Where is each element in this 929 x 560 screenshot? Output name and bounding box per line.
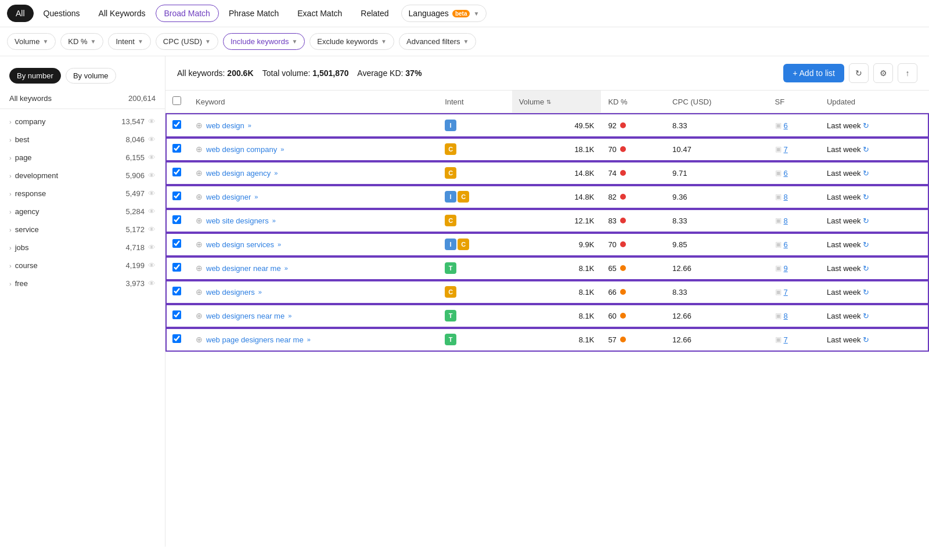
keyword-link[interactable]: web design company [206, 145, 277, 154]
sidebar-item[interactable]: › company 13,547 👁 [0, 113, 165, 131]
refresh-icon[interactable]: ↻ [863, 145, 869, 154]
refresh-icon[interactable]: ↻ [863, 288, 869, 297]
keyword-link[interactable]: web designer [206, 193, 251, 201]
keyword-link[interactable]: web page designers near me [206, 335, 304, 344]
row-checkbox[interactable] [172, 120, 181, 129]
row-checkbox[interactable] [172, 334, 181, 343]
refresh-icon[interactable]: ↻ [863, 312, 869, 320]
row-checkbox[interactable] [172, 263, 181, 272]
eye-icon[interactable]: 👁 [148, 153, 156, 162]
languages-button[interactable]: Languages beta ▼ [401, 5, 487, 22]
sf-count[interactable]: 8 [784, 216, 788, 225]
tab-all-keywords[interactable]: All Keywords [90, 5, 154, 22]
sf-count[interactable]: 7 [784, 145, 788, 154]
add-keyword-icon[interactable]: ⊕ [196, 263, 203, 273]
add-keyword-icon[interactable]: ⊕ [196, 121, 203, 130]
add-keyword-icon[interactable]: ⊕ [196, 216, 203, 225]
sidebar-item[interactable]: › development 5,906 👁 [0, 167, 165, 185]
row-checkbox[interactable] [172, 310, 181, 319]
kd-cell: 57 [601, 328, 665, 352]
add-keyword-icon[interactable]: ⊕ [196, 240, 203, 249]
eye-icon[interactable]: 👁 [148, 243, 156, 252]
updated-label: Last week [827, 288, 861, 297]
sidebar-item[interactable]: › best 8,046 👁 [0, 131, 165, 149]
sf-count[interactable]: 6 [784, 240, 788, 249]
sidebar-item[interactable]: › agency 5,284 👁 [0, 203, 165, 221]
add-keyword-icon[interactable]: ⊕ [196, 192, 203, 201]
keyword-link[interactable]: web design agency [206, 169, 271, 178]
tab-all[interactable]: All [7, 5, 34, 22]
updated-cell: Last week ↻ [820, 113, 929, 138]
filter-advanced[interactable]: Advanced filters ▼ [399, 33, 476, 50]
eye-icon[interactable]: 👁 [148, 261, 156, 270]
keyword-link[interactable]: web site designers [206, 216, 269, 225]
row-checkbox[interactable] [172, 192, 181, 200]
sidebar-item[interactable]: › service 5,172 👁 [0, 221, 165, 239]
tab-questions[interactable]: Questions [35, 5, 89, 22]
refresh-icon[interactable]: ↻ [863, 121, 869, 130]
eye-icon[interactable]: 👁 [148, 117, 156, 126]
sf-count[interactable]: 6 [784, 121, 788, 130]
sidebar-item[interactable]: › jobs 4,718 👁 [0, 239, 165, 256]
row-checkbox[interactable] [172, 215, 181, 224]
sidebar-keyword-label: service [15, 225, 39, 234]
filter-volume[interactable]: Volume ▼ [7, 33, 56, 50]
settings-button[interactable]: ⚙ [873, 63, 893, 83]
sort-by-number-button[interactable]: By number [9, 68, 61, 84]
refresh-icon[interactable]: ↻ [863, 193, 869, 201]
filter-cpc[interactable]: CPC (USD) ▼ [156, 33, 218, 50]
add-keyword-icon[interactable]: ⊕ [196, 168, 203, 178]
filter-kd[interactable]: KD % ▼ [60, 33, 103, 50]
eye-icon[interactable]: 👁 [148, 225, 156, 234]
add-to-list-button[interactable]: + Add to list [783, 64, 844, 82]
export-button[interactable]: ↑ [898, 63, 917, 83]
keyword-link[interactable]: web design services [206, 240, 274, 249]
sidebar-item[interactable]: › page 6,155 👁 [0, 149, 165, 167]
sf-count[interactable]: 7 [784, 288, 788, 297]
sf-count[interactable]: 7 [784, 335, 788, 344]
tab-exact-match[interactable]: Exact Match [289, 5, 351, 22]
eye-icon[interactable]: 👁 [148, 207, 156, 216]
eye-icon[interactable]: 👁 [148, 171, 156, 180]
eye-icon[interactable]: 👁 [148, 189, 156, 198]
sf-count[interactable]: 9 [784, 264, 788, 273]
filter-exclude-keywords[interactable]: Exclude keywords ▼ [309, 33, 394, 50]
row-checkbox[interactable] [172, 144, 181, 153]
sidebar-item[interactable]: › course 4,199 👁 [0, 256, 165, 274]
tab-related[interactable]: Related [352, 5, 397, 22]
refresh-icon[interactable]: ↻ [863, 240, 869, 249]
sf-count[interactable]: 8 [784, 312, 788, 320]
filter-include-keywords[interactable]: Include keywords ▼ [223, 33, 305, 50]
sf-count[interactable]: 6 [784, 169, 788, 178]
refresh-button[interactable]: ↻ [849, 63, 869, 83]
sort-by-volume-button[interactable]: By volume [66, 68, 116, 84]
keyword-link[interactable]: web designers [206, 288, 255, 297]
refresh-icon[interactable]: ↻ [863, 216, 869, 225]
add-keyword-icon[interactable]: ⊕ [196, 287, 203, 297]
add-keyword-icon[interactable]: ⊕ [196, 144, 203, 154]
refresh-icon[interactable]: ↻ [863, 169, 869, 178]
stats-actions: + Add to list ↻ ⚙ ↑ [783, 63, 917, 83]
sidebar-item[interactable]: › response 5,497 👁 [0, 185, 165, 203]
add-keyword-icon[interactable]: ⊕ [196, 311, 203, 320]
row-checkbox[interactable] [172, 168, 181, 176]
refresh-icon[interactable]: ↻ [863, 335, 869, 344]
row-checkbox[interactable] [172, 239, 181, 248]
keyword-link[interactable]: web designer near me [206, 264, 281, 273]
gear-icon: ⚙ [880, 68, 887, 78]
sidebar-item[interactable]: › free 3,973 👁 [0, 274, 165, 292]
kd-cell: 92 [601, 113, 665, 138]
filter-intent[interactable]: Intent ▼ [108, 33, 150, 50]
add-keyword-icon[interactable]: ⊕ [196, 335, 203, 344]
tab-phrase-match[interactable]: Phrase Match [220, 5, 287, 22]
row-checkbox[interactable] [172, 287, 181, 295]
keyword-link[interactable]: web designers near me [206, 312, 285, 320]
select-all-checkbox[interactable] [172, 96, 181, 105]
col-volume[interactable]: Volume ⇅ [512, 91, 602, 113]
eye-icon[interactable]: 👁 [148, 135, 156, 144]
tab-broad-match[interactable]: Broad Match [156, 5, 219, 22]
eye-icon[interactable]: 👁 [148, 279, 156, 288]
keyword-link[interactable]: web design [206, 121, 244, 130]
refresh-icon[interactable]: ↻ [863, 264, 869, 273]
sf-count[interactable]: 8 [784, 193, 788, 201]
